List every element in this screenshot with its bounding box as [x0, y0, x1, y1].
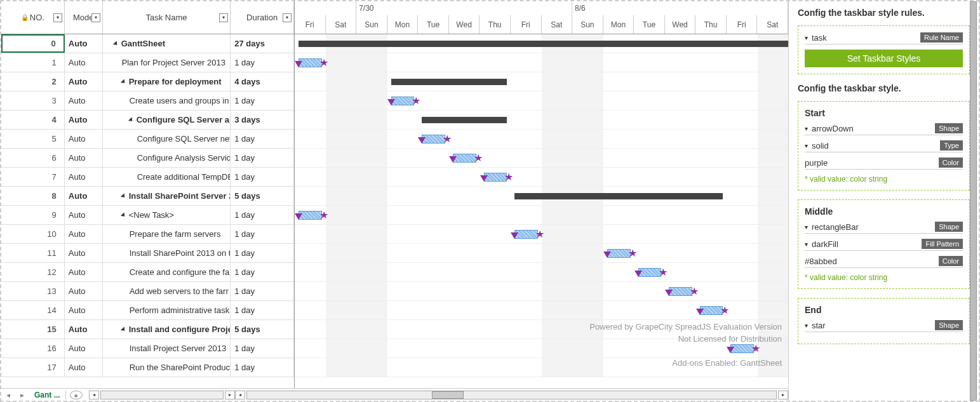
row-number[interactable]: 3 [1, 91, 65, 110]
cell-task-name[interactable]: Create additional TempDB [103, 168, 231, 186]
filter-button-name[interactable]: ▾ [219, 13, 228, 22]
table-row[interactable]: 3AutoCreate users and groups in1 day [1, 91, 294, 111]
filter-button-duration[interactable]: ▾ [283, 13, 292, 22]
table-row[interactable]: 15AutoInstall and configure Project5 day… [1, 320, 294, 339]
filter-button-no[interactable]: ▾ [53, 13, 62, 22]
table-row[interactable]: 13AutoAdd web servers to the farr1 day [1, 282, 294, 301]
middle-color-input[interactable]: #8abbed Color [805, 256, 963, 268]
cell-task-name[interactable]: Install Project Server 2013 [103, 339, 231, 358]
cell-duration[interactable]: 1 day [231, 225, 294, 243]
cell-task-name[interactable]: Create and configure the fa [103, 263, 231, 281]
cell-mode[interactable]: Auto [65, 358, 103, 377]
cell-mode[interactable]: Auto [65, 168, 103, 186]
tab-prev-button[interactable]: ◂ [1, 391, 15, 399]
collapse-icon[interactable] [121, 326, 126, 332]
cell-duration[interactable]: 1 day [231, 206, 294, 224]
cell-mode[interactable]: Auto [65, 187, 103, 205]
cell-duration[interactable]: 5 days [231, 187, 294, 205]
cell-duration[interactable]: 1 day [231, 168, 294, 186]
cell-mode[interactable]: Auto [65, 263, 103, 281]
cell-duration[interactable]: 1 day [231, 244, 294, 262]
cell-task-name[interactable]: Configure Analysis Service [103, 149, 231, 167]
table-row[interactable]: 9Auto<New Task>1 day [1, 206, 294, 225]
table-row[interactable]: 14AutoPerform administrative task1 day [1, 301, 294, 320]
row-number[interactable]: 13 [1, 282, 65, 300]
table-scroll-left[interactable]: ◂ [89, 391, 99, 399]
cell-task-name[interactable]: Install SharePoint Server 20 [103, 187, 231, 205]
row-number[interactable]: 5 [1, 130, 65, 148]
cell-mode[interactable]: Auto [65, 91, 103, 110]
col-header-no[interactable]: 🔒 NO. ▾ [1, 1, 65, 34]
row-number[interactable]: 8 [1, 187, 65, 205]
row-number[interactable]: 15 [1, 320, 65, 338]
set-taskbar-styles-button[interactable]: Set Taskbar Styles [805, 50, 963, 67]
table-scroll-right[interactable]: ▸ [225, 391, 235, 399]
cell-task-name[interactable]: Add web servers to the farr [103, 282, 231, 300]
cell-task-name[interactable]: Install SharePoint 2013 on t [103, 244, 231, 262]
rule-select-row[interactable]: ▾ task Rule Name [805, 32, 963, 44]
collapse-icon[interactable] [121, 212, 126, 218]
cell-task-name[interactable]: Create users and groups in [103, 91, 231, 110]
cell-duration[interactable]: 1 day [231, 130, 294, 148]
cell-duration[interactable]: 1 day [231, 282, 294, 300]
cell-mode[interactable]: Auto [65, 34, 103, 53]
cell-duration[interactable]: 1 day [231, 263, 294, 281]
table-row[interactable]: 5AutoConfigure SQL Server netw1 day [1, 130, 294, 149]
cell-duration[interactable]: 3 days [231, 111, 294, 129]
gantt-scroll-left[interactable]: ◂ [235, 391, 245, 399]
start-color-input[interactable]: purple Color [805, 157, 963, 170]
cell-duration[interactable]: 1 day [231, 358, 294, 377]
row-number[interactable]: 16 [1, 339, 65, 358]
cell-mode[interactable]: Auto [65, 53, 103, 72]
gantt-scroll-thumb[interactable] [432, 391, 464, 399]
table-row[interactable]: 8AutoInstall SharePoint Server 205 days [1, 187, 294, 206]
row-number[interactable]: 0 [1, 34, 65, 53]
cell-mode[interactable]: Auto [65, 244, 103, 262]
cell-mode[interactable]: Auto [65, 225, 103, 243]
cell-mode[interactable]: Auto [65, 130, 103, 148]
summary-bar[interactable] [299, 41, 788, 47]
gantt-scroll-right[interactable]: ▸ [778, 391, 788, 399]
table-row[interactable]: 16AutoInstall Project Server 20131 day [1, 339, 294, 358]
middle-fill-select[interactable]: ▾ darkFill Fill Pattern [805, 239, 963, 251]
cell-task-name[interactable]: Plan for Project Server 2013 [103, 53, 231, 72]
middle-shape-select[interactable]: ▾ rectangleBar Shape [805, 222, 963, 234]
start-shape-select[interactable]: ▾ arrowDown Shape [805, 123, 963, 135]
row-number[interactable]: 14 [1, 301, 65, 319]
table-row[interactable]: 6AutoConfigure Analysis Service1 day [1, 149, 294, 168]
cell-task-name[interactable]: GanttSheet [103, 34, 231, 53]
cell-mode[interactable]: Auto [65, 320, 103, 338]
row-number[interactable]: 7 [1, 168, 65, 186]
gantt-chart[interactable]: 7/308/6 FriSatSunMonTueWedThuFriSatSunMo… [295, 1, 788, 388]
summary-bar[interactable] [422, 117, 507, 123]
cell-duration[interactable]: 27 days [231, 34, 294, 53]
table-row[interactable]: 17AutoRun the SharePoint Produc1 day [1, 358, 294, 377]
table-row[interactable]: 7AutoCreate additional TempDB1 day [1, 168, 294, 187]
row-number[interactable]: 4 [1, 111, 65, 129]
col-header-name[interactable]: Task Name ▾ [103, 1, 231, 34]
sheet-tab[interactable]: Gant ... [29, 391, 66, 399]
cell-mode[interactable]: Auto [65, 149, 103, 167]
cell-duration[interactable]: 5 days [231, 320, 294, 338]
tab-next-button[interactable]: ▸ [15, 391, 29, 399]
collapse-icon[interactable] [121, 193, 126, 199]
table-row[interactable]: 12AutoCreate and configure the fa1 day [1, 263, 294, 282]
cell-task-name[interactable]: Prepare the farm servers [103, 225, 231, 243]
cell-duration[interactable]: 1 day [231, 53, 294, 72]
cell-mode[interactable]: Auto [65, 111, 103, 129]
cell-task-name[interactable]: Perform administrative task [103, 301, 231, 319]
cell-duration[interactable]: 1 day [231, 339, 294, 358]
start-type-select[interactable]: ▾ solid Type [805, 140, 963, 152]
table-row[interactable]: 1AutoPlan for Project Server 20131 day [1, 53, 294, 72]
cell-mode[interactable]: Auto [65, 339, 103, 358]
cell-task-name[interactable]: <New Task> [103, 206, 231, 224]
row-number[interactable]: 17 [1, 358, 65, 377]
add-sheet-button[interactable]: + [70, 391, 83, 399]
cell-mode[interactable]: Auto [65, 282, 103, 300]
cell-duration[interactable]: 4 days [231, 72, 294, 91]
table-row[interactable]: 0AutoGanttSheet27 days [1, 34, 294, 53]
summary-bar[interactable] [514, 193, 723, 199]
cell-mode[interactable]: Auto [65, 72, 103, 91]
row-number[interactable]: 2 [1, 72, 65, 91]
row-number[interactable]: 11 [1, 244, 65, 262]
